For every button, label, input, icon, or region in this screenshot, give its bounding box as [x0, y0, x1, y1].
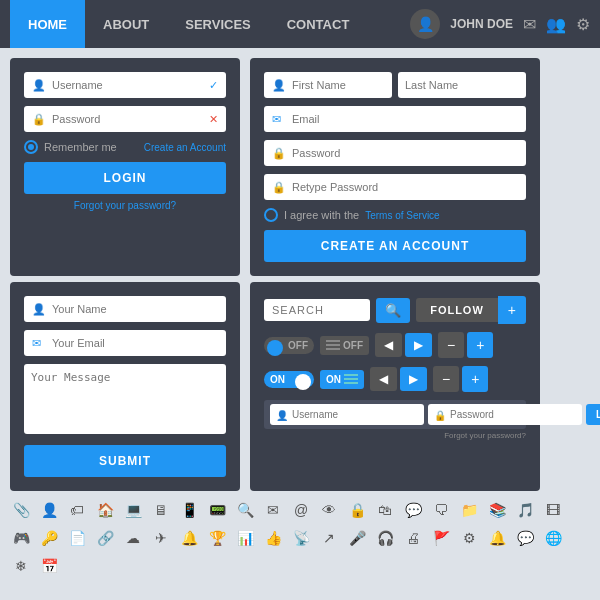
lock-icon-i[interactable]: 🔒	[346, 499, 368, 521]
prev-btn-1[interactable]: ◀	[375, 333, 402, 357]
eye-icon[interactable]: 👁	[318, 499, 340, 521]
register-panel: 👤 ✉ 🔒 🔒 I agree with the Terms of Servic…	[250, 58, 540, 276]
users-icon[interactable]: 👥	[546, 15, 566, 34]
monitor-icon[interactable]: 🖥	[150, 499, 172, 521]
search-box	[264, 299, 370, 321]
minus-plus-2: − +	[433, 366, 488, 392]
music-icon[interactable]: 🎵	[514, 499, 536, 521]
headphone-icon[interactable]: 🎧	[374, 527, 396, 549]
bubble-icon[interactable]: 💬	[514, 527, 536, 549]
settings-icon[interactable]: ⚙	[458, 527, 480, 549]
submit-button[interactable]: SUBMIT	[24, 445, 226, 477]
remember-radio[interactable]	[24, 140, 38, 154]
home-icon[interactable]: 🏠	[94, 499, 116, 521]
search-input[interactable]	[272, 304, 362, 316]
gear-icon[interactable]: ⚙	[576, 15, 590, 34]
user-icon: 👤	[32, 79, 46, 92]
film-icon[interactable]: 🎞	[542, 499, 564, 521]
plus-btn-1[interactable]: +	[467, 332, 493, 358]
bell-icon[interactable]: 🔔	[178, 527, 200, 549]
password-field: 🔒 ✕	[24, 106, 226, 132]
chat-icon[interactable]: 💬	[402, 499, 424, 521]
pager-icon[interactable]: 📟	[206, 499, 228, 521]
key-icon[interactable]: 🔑	[38, 527, 60, 549]
snowflake-icon[interactable]: ❄	[10, 555, 32, 577]
lb-password-field: 🔒	[428, 404, 582, 425]
thumbsup-icon[interactable]: 👍	[262, 527, 284, 549]
password-input[interactable]	[24, 106, 226, 132]
nav-about[interactable]: ABOUT	[85, 0, 167, 48]
laptop-icon[interactable]: 💻	[122, 499, 144, 521]
create-account-link[interactable]: Create an Account	[144, 142, 226, 153]
paperclip-icon[interactable]: 📎	[10, 499, 32, 521]
flag-icon[interactable]: 🚩	[430, 527, 452, 549]
plane-icon[interactable]: ✈	[150, 527, 172, 549]
print-icon[interactable]: 🖨	[402, 527, 424, 549]
toggle-on-1[interactable]: ON	[264, 371, 314, 388]
plus-btn-2[interactable]: +	[462, 366, 488, 392]
retype-input[interactable]	[264, 174, 526, 200]
username-input[interactable]	[24, 72, 226, 98]
slider-off-1[interactable]: OFF	[320, 336, 369, 355]
remember-left: Remember me	[24, 140, 117, 154]
contact-name-input[interactable]	[24, 296, 226, 322]
search-icon-i[interactable]: 🔍	[234, 499, 256, 521]
minus-btn-2[interactable]: −	[433, 366, 459, 392]
comment-icon[interactable]: 🗨	[430, 499, 452, 521]
lastname-input[interactable]	[398, 72, 526, 98]
agree-radio[interactable]	[264, 208, 278, 222]
user-icon-i[interactable]: 👤	[38, 499, 60, 521]
mail-icon[interactable]: ✉	[523, 15, 536, 34]
bag-icon[interactable]: 🛍	[374, 499, 396, 521]
minus-btn-1[interactable]: −	[438, 332, 464, 358]
contact-email-input[interactable]	[24, 330, 226, 356]
nav-right: 👤 JOHN DOE ✉ 👥 ⚙	[410, 9, 590, 39]
share-icon[interactable]: ↗	[318, 527, 340, 549]
at-icon[interactable]: @	[290, 499, 312, 521]
next-btn-2[interactable]: ▶	[400, 367, 427, 391]
toggle-off-1[interactable]: OFF	[264, 337, 314, 354]
login-panel: 👤 ✓ 🔒 ✕ Remember me Create an Account LO…	[10, 58, 240, 276]
game-icon[interactable]: 🎮	[10, 527, 32, 549]
lb-login-button[interactable]: LOGIN	[586, 404, 600, 425]
remember-row: Remember me Create an Account	[24, 140, 226, 154]
contact-message-input[interactable]	[24, 364, 226, 434]
phone-icon[interactable]: 📱	[178, 499, 200, 521]
folder-icon[interactable]: 📁	[458, 499, 480, 521]
books-icon[interactable]: 📚	[486, 499, 508, 521]
login-button[interactable]: LOGIN	[24, 162, 226, 194]
doc-icon[interactable]: 📄	[66, 527, 88, 549]
tos-link[interactable]: Terms of Service	[365, 210, 439, 221]
globe-icon[interactable]: 🌐	[542, 527, 564, 549]
username-field: 👤 ✓	[24, 72, 226, 98]
cloud-icon[interactable]: ☁	[122, 527, 144, 549]
wifi-icon[interactable]: 📡	[290, 527, 312, 549]
lb-username-input[interactable]	[270, 404, 424, 425]
next-btn-1[interactable]: ▶	[405, 333, 432, 357]
lock-icon-retype: 🔒	[272, 181, 286, 194]
mail-icon-i[interactable]: ✉	[262, 499, 284, 521]
follow-main-btn[interactable]: FOLLOW	[416, 298, 498, 322]
calendar-icon[interactable]: 📅	[38, 555, 60, 577]
slider-on-label: ON	[326, 374, 341, 385]
mic-icon[interactable]: 🎤	[346, 527, 368, 549]
create-account-button[interactable]: CREATE AN ACCOUNT	[264, 230, 526, 262]
slider-on-1[interactable]: ON	[320, 370, 364, 389]
lb-forgot-link[interactable]: Forgot your password?	[264, 431, 526, 440]
nav-home[interactable]: HOME	[10, 0, 85, 48]
ui-controls-panel: 🔍 FOLLOW + OFF OFF ◀	[250, 282, 540, 491]
search-button[interactable]: 🔍	[376, 298, 410, 323]
nav-contact[interactable]: CONTACT	[269, 0, 368, 48]
forgot-password-link[interactable]: Forgot your password?	[24, 200, 226, 211]
prev-btn-2[interactable]: ◀	[370, 367, 397, 391]
notification-icon[interactable]: 🔔	[486, 527, 508, 549]
password-input-reg[interactable]	[264, 140, 526, 166]
lb-password-input[interactable]	[428, 404, 582, 425]
link-icon[interactable]: 🔗	[94, 527, 116, 549]
trophy-icon[interactable]: 🏆	[206, 527, 228, 549]
email-input-reg[interactable]	[264, 106, 526, 132]
nav-services[interactable]: SERVICES	[167, 0, 269, 48]
chart-icon[interactable]: 📊	[234, 527, 256, 549]
tag-icon[interactable]: 🏷	[66, 499, 88, 521]
follow-plus-btn[interactable]: +	[498, 296, 526, 324]
